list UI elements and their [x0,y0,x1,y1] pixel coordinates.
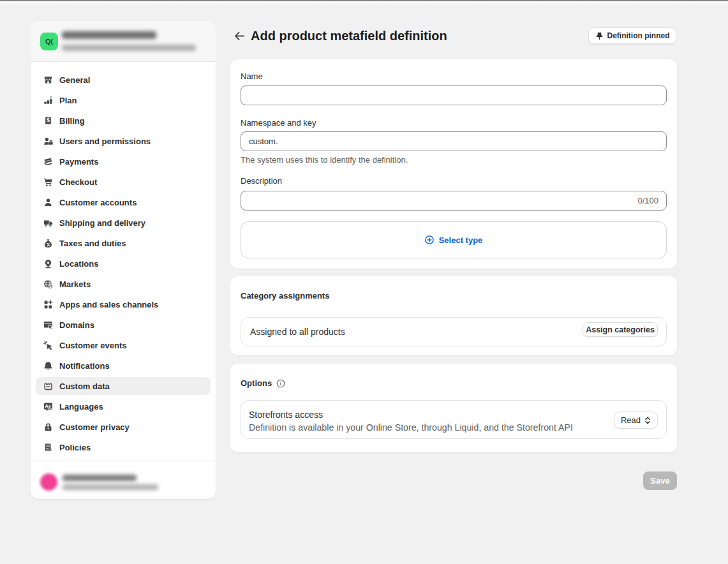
svg-text:$: $ [47,117,50,123]
svg-text:$: $ [49,284,52,289]
svg-text:文: 文 [47,404,52,409]
